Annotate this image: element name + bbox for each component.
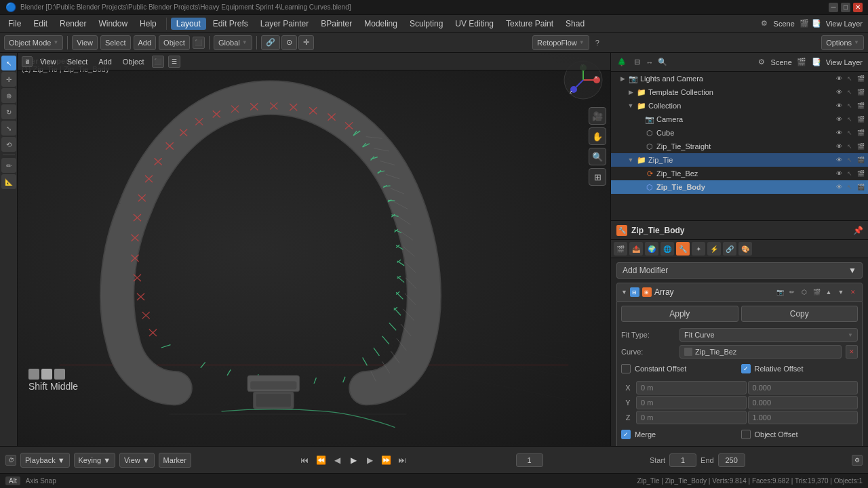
grid-icon[interactable]: ⊞	[589, 168, 606, 186]
outliner-cam-icon[interactable]: 🎬	[796, 57, 807, 68]
transform-btn[interactable]: ✛	[298, 35, 314, 50]
vis-cursor-t[interactable]: ↖	[845, 87, 854, 97]
viewport-object-menu[interactable]: Object	[119, 56, 148, 67]
viewport-view-menu[interactable]: View	[37, 56, 60, 67]
camera-view-icon[interactable]: 🎥	[589, 107, 606, 125]
outliner-item-ztbody[interactable]: ⬡ Zip_Tie_Body 👁 ↖ 🎬	[611, 180, 868, 194]
snap-btn[interactable]: 🔗	[261, 35, 280, 50]
cat-particles-icon[interactable]: ✦	[692, 242, 705, 256]
vis-cursor-c[interactable]: ↖	[845, 101, 854, 110]
menu-edit-prefs[interactable]: Edit Prefs	[208, 18, 254, 30]
z-value-right[interactable]: 1.000	[748, 411, 859, 424]
play-btn[interactable]: ▶	[347, 453, 360, 467]
cat-constraints-icon[interactable]: 🔗	[723, 242, 736, 256]
outliner-item-template[interactable]: ▶ 📁 Template Collection 👁 ↖ 🎬	[611, 85, 868, 99]
view-layer-icon[interactable]: 📑	[811, 18, 822, 29]
scene-selector-icon[interactable]: ⚙	[759, 18, 770, 29]
timeline-type-icon[interactable]: ⏱	[5, 455, 16, 466]
mod-render-icon[interactable]: 🎬	[812, 287, 821, 297]
view-menu[interactable]: View	[72, 35, 98, 50]
end-frame-input[interactable]: 250	[718, 453, 745, 467]
start-frame-input[interactable]: 1	[669, 453, 696, 467]
viewport-type-icon[interactable]: 🖥	[22, 56, 33, 67]
vis-cursor-cube[interactable]: ↖	[845, 128, 854, 138]
cat-scene-icon[interactable]: 🌍	[645, 242, 658, 256]
curve-clear-btn[interactable]: ✕	[846, 345, 858, 359]
menu-layout[interactable]: Layout	[171, 18, 206, 30]
collapse-modifier-btn[interactable]: ▼	[621, 289, 627, 296]
options-btn[interactable]: Options ▼	[821, 35, 864, 50]
mode-selector[interactable]: Object Mode ▼	[4, 35, 63, 50]
mod-vert-icon[interactable]: ⬡	[800, 287, 809, 297]
outliner-item-lights[interactable]: ▶ 📷 Lights and Camera 👁 ↖ 🎬	[611, 72, 868, 85]
render-icon[interactable]: 🎬	[799, 18, 810, 29]
vis-cursor[interactable]: ↖	[845, 74, 854, 83]
viewport-select-menu[interactable]: Select	[64, 56, 92, 67]
menu-file[interactable]: File	[3, 18, 26, 30]
vis-eye-cube[interactable]: 👁	[834, 128, 844, 138]
outliner-sync-icon[interactable]: ↔	[644, 57, 655, 68]
mod-cam-icon[interactable]: 📷	[775, 287, 785, 297]
jump-end-btn[interactable]: ⏭	[395, 453, 409, 467]
modifier-props-icon[interactable]: 🔧	[616, 225, 627, 236]
jump-start-btn[interactable]: ⏮	[298, 453, 311, 467]
outliner-type-icon[interactable]: 🌲	[616, 57, 627, 68]
vis-eye-c[interactable]: 👁	[834, 101, 844, 110]
mod-up-icon[interactable]: ▲	[824, 287, 833, 297]
transform-selector[interactable]: Global ▼	[214, 35, 252, 50]
menu-window[interactable]: Window	[93, 18, 133, 30]
menu-edit[interactable]: Edit	[28, 18, 53, 30]
menu-sculpting[interactable]: Sculpting	[404, 18, 448, 30]
marker-menu[interactable]: Marker	[159, 453, 191, 468]
vis-render-cube[interactable]: 🎬	[856, 128, 865, 138]
menu-texture-paint[interactable]: Texture Paint	[500, 18, 559, 30]
mod-edit-icon[interactable]: ✏	[787, 287, 797, 297]
vis-render-zt[interactable]: 🎬	[856, 155, 865, 165]
vis-render-ztbody[interactable]: 🎬	[856, 182, 865, 192]
vis-cursor-cam[interactable]: ↖	[845, 115, 854, 124]
scale-tool-icon[interactable]: ⤡	[1, 121, 16, 136]
prev-keyframe-btn[interactable]: ◀	[330, 453, 344, 467]
help-icon[interactable]: ?	[592, 37, 603, 48]
copy-button[interactable]: Copy	[741, 306, 859, 322]
vis-cursor-ztbody[interactable]: ↖	[845, 182, 854, 192]
outliner-item-collection[interactable]: ▼ 📁 Collection 👁 ↖ 🎬	[611, 99, 868, 113]
menu-modeling[interactable]: Modeling	[359, 18, 403, 30]
vis-eye-t[interactable]: 👁	[834, 87, 844, 97]
vis-render-cam[interactable]: 🎬	[856, 115, 865, 124]
rotate-tool-icon[interactable]: ↻	[1, 104, 16, 119]
proportional-btn[interactable]: ⊙	[281, 35, 297, 50]
menu-uv-editing[interactable]: UV Editing	[450, 18, 499, 30]
viewport-props-btn[interactable]: ☰	[168, 56, 180, 68]
view-timeline-menu[interactable]: View ▼	[119, 453, 155, 468]
outliner-filter-icon[interactable]: ⊟	[631, 57, 642, 68]
vis-cursor-zts[interactable]: ↖	[845, 142, 854, 151]
transform-tool-icon[interactable]: ⟲	[1, 137, 16, 152]
select-menu[interactable]: Select	[100, 35, 131, 50]
move-tool-icon[interactable]: ⊕	[1, 88, 16, 103]
vis-render-zts[interactable]: 🎬	[856, 142, 865, 151]
viewport-3d[interactable]: User Perspective (1) Zip_Tie | Zip_Tie_B…	[18, 53, 610, 446]
playback-menu[interactable]: Playback ▼	[20, 453, 70, 468]
menu-help[interactable]: Help	[134, 18, 162, 30]
outliner-item-zts[interactable]: ⬡ Zip_Tie_Straight 👁 ↖ 🎬	[611, 140, 868, 153]
cat-object-icon[interactable]: 🔧	[676, 242, 690, 256]
vis-cursor-zt[interactable]: ↖	[845, 155, 854, 165]
viewport-add-menu[interactable]: Add	[95, 56, 115, 67]
annotate-tool-icon[interactable]: ✏	[1, 158, 16, 173]
cat-output-icon[interactable]: 📤	[629, 242, 643, 256]
outliner-item-camera[interactable]: 📷 Camera 👁 ↖ 🎬	[611, 113, 868, 126]
outliner-item-cube[interactable]: ⬡ Cube 👁 ↖ 🎬	[611, 126, 868, 140]
vis-eye-ztbody[interactable]: 👁	[834, 182, 844, 192]
mod-delete-icon[interactable]: ✕	[848, 287, 858, 297]
y-value-left[interactable]: 0 m	[636, 396, 747, 409]
vis-render-c[interactable]: 🎬	[856, 101, 865, 110]
unpin-icon[interactable]: 📌	[853, 226, 863, 235]
x-value-right[interactable]: 0.000	[748, 381, 859, 394]
object-props-btn[interactable]: ⬛	[193, 37, 205, 49]
x-value-left[interactable]: 0 m	[636, 381, 747, 394]
minimize-button[interactable]: ─	[829, 3, 838, 12]
menu-render[interactable]: Render	[54, 18, 92, 30]
cat-world-icon[interactable]: 🌐	[660, 242, 674, 256]
add-modifier-button[interactable]: Add Modifier ▼	[616, 262, 863, 279]
